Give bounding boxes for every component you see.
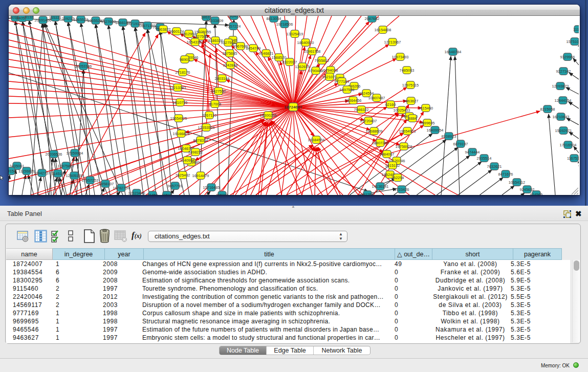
svg-text:1167534: 1167534 — [567, 156, 579, 161]
svg-text:7955812: 7955812 — [315, 58, 330, 63]
svg-text:98901: 98901 — [180, 57, 190, 62]
svg-text:924565: 924565 — [530, 192, 543, 195]
svg-text:9245652: 9245652 — [520, 187, 535, 192]
svg-text:196401: 196401 — [228, 16, 241, 18]
svg-text:19654925: 19654925 — [170, 116, 187, 121]
svg-text:9463627: 9463627 — [404, 99, 419, 103]
svg-text:16033809: 16033809 — [207, 18, 224, 23]
svg-text:9329966: 9329966 — [560, 55, 575, 59]
svg-text:7485063: 7485063 — [400, 68, 415, 73]
svg-text:9790448: 9790448 — [309, 69, 323, 73]
svg-text:10961758: 10961758 — [304, 49, 321, 54]
svg-text:8322037: 8322037 — [282, 60, 297, 64]
svg-text:16409954: 16409954 — [427, 128, 444, 133]
svg-text:12213967: 12213967 — [384, 40, 401, 45]
svg-text:18640910: 18640910 — [297, 40, 314, 45]
svg-text:12975115: 12975115 — [402, 83, 419, 87]
svg-text:10688609: 10688609 — [366, 129, 383, 134]
svg-text:8884: 8884 — [408, 116, 417, 121]
svg-text:7663822: 7663822 — [156, 27, 171, 32]
svg-text:2718176: 2718176 — [176, 70, 190, 75]
svg-text:12942737: 12942737 — [34, 171, 51, 176]
svg-text:9115460: 9115460 — [419, 106, 433, 111]
svg-text:252254: 252254 — [391, 176, 404, 180]
svg-text:165331: 165331 — [49, 16, 62, 20]
svg-text:3267110: 3267110 — [202, 113, 216, 118]
svg-text:10973493: 10973493 — [392, 55, 409, 59]
svg-text:17957253: 17957253 — [82, 178, 99, 183]
svg-text:8215958: 8215958 — [540, 107, 555, 112]
svg-text:18724007: 18724007 — [284, 105, 302, 110]
svg-text:19654923: 19654923 — [399, 129, 416, 134]
svg-text:417004: 417004 — [209, 102, 222, 106]
svg-text:20364456: 20364456 — [345, 98, 362, 103]
svg-text:10654112: 10654112 — [509, 180, 525, 185]
svg-text:9777169: 9777169 — [335, 79, 350, 84]
svg-text:19218506: 19218506 — [276, 22, 293, 27]
svg-text:19384554: 19384554 — [308, 138, 325, 142]
svg-text:92450: 92450 — [147, 193, 158, 195]
svg-text:9084067: 9084067 — [380, 152, 395, 157]
svg-text:20053346: 20053346 — [75, 64, 92, 69]
svg-text:151251: 151251 — [361, 192, 374, 195]
svg-text:9227342: 9227342 — [556, 69, 571, 74]
svg-text:2087682: 2087682 — [365, 16, 380, 21]
svg-text:7357224: 7357224 — [226, 24, 241, 29]
svg-text:16210643: 16210643 — [553, 115, 570, 119]
svg-text:3624554: 3624554 — [359, 91, 374, 96]
svg-text:1621072: 1621072 — [322, 75, 337, 79]
svg-text:2935514: 2935514 — [477, 156, 492, 161]
svg-text:109213: 109213 — [62, 16, 75, 21]
svg-text:12323446: 12323446 — [128, 191, 145, 195]
svg-text:6497568: 6497568 — [340, 87, 355, 92]
svg-text:2803144: 2803144 — [215, 76, 230, 81]
svg-text:12505135: 12505135 — [66, 173, 83, 178]
svg-text:8813054: 8813054 — [267, 16, 281, 21]
svg-text:16914479: 16914479 — [192, 173, 209, 178]
svg-text:62160: 62160 — [385, 102, 396, 107]
svg-text:10025433: 10025433 — [394, 108, 410, 113]
svg-text:12353594: 12353594 — [198, 125, 215, 130]
svg-text:3675685: 3675685 — [223, 51, 237, 56]
svg-text:1527602: 1527602 — [101, 19, 116, 24]
svg-text:15751074: 15751074 — [567, 39, 579, 44]
svg-text:18807249: 18807249 — [372, 141, 389, 145]
svg-text:16648784: 16648784 — [445, 50, 462, 54]
svg-text:19166825: 19166825 — [173, 132, 190, 136]
svg-text:8938923: 8938923 — [442, 134, 456, 139]
svg-text:15692971: 15692971 — [555, 128, 572, 133]
svg-text:6794028: 6794028 — [323, 68, 338, 73]
svg-text:7625402: 7625402 — [176, 173, 190, 178]
svg-text:10807487: 10807487 — [368, 96, 385, 100]
svg-text:114519: 114519 — [52, 171, 64, 176]
svg-text:10958107: 10958107 — [97, 182, 114, 186]
svg-text:9242848: 9242848 — [223, 63, 238, 68]
svg-text:3498222: 3498222 — [188, 150, 203, 155]
svg-text:11156829: 11156829 — [18, 169, 35, 173]
svg-text:1140994: 1140994 — [180, 158, 194, 163]
svg-text:10590: 10590 — [162, 193, 172, 195]
svg-text:18300295: 18300295 — [260, 113, 277, 118]
svg-text:17359934: 17359934 — [67, 151, 83, 156]
svg-text:1588520: 1588520 — [272, 55, 287, 60]
svg-text:6879197: 6879197 — [453, 142, 468, 146]
svg-text:17016504: 17016504 — [560, 143, 577, 147]
svg-text:8878334: 8878334 — [193, 138, 208, 143]
svg-text:8454749: 8454749 — [246, 46, 261, 51]
svg-text:12093873: 12093873 — [552, 84, 569, 89]
svg-text:16782759: 16782759 — [113, 186, 130, 190]
svg-text:16154808: 16154808 — [375, 28, 391, 32]
svg-text:9474444: 9474444 — [465, 150, 480, 155]
svg-text:105901: 105901 — [216, 193, 229, 195]
svg-text:8132: 8132 — [25, 16, 33, 19]
svg-text:1733426: 1733426 — [395, 187, 409, 192]
svg-text:11175: 11175 — [573, 27, 579, 32]
svg-text:12444154: 12444154 — [555, 98, 572, 103]
svg-text:1362615: 1362615 — [295, 64, 310, 69]
svg-text:15720407: 15720407 — [360, 119, 377, 123]
svg-text:8471676: 8471676 — [498, 172, 513, 177]
svg-text:16543382: 16543382 — [187, 40, 204, 45]
svg-text:9657791: 9657791 — [168, 184, 183, 188]
svg-text:14136141: 14136141 — [372, 184, 389, 189]
svg-text:13325419: 13325419 — [287, 32, 303, 36]
